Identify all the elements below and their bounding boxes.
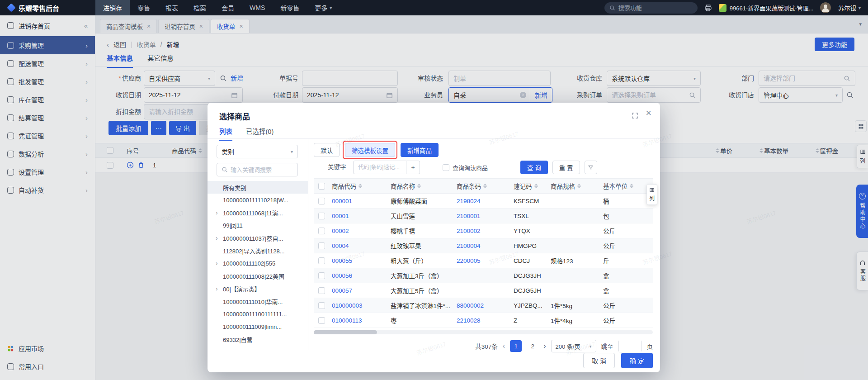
- tree-item[interactable]: 1000000011100111111...: [208, 308, 308, 320]
- product-code-link[interactable]: 000057: [332, 287, 391, 294]
- table-row[interactable]: 010000113 枣 2210028 Z 1件*4kg 公斤: [314, 313, 653, 328]
- nav-item[interactable]: 更多: [307, 0, 340, 15]
- user-menu[interactable]: 苏尔银 ▾: [838, 3, 861, 12]
- tree-item[interactable]: 1000000011037|蔡自...: [208, 232, 308, 244]
- obsolete-checkbox[interactable]: [443, 164, 449, 171]
- jump-page-input[interactable]: [619, 340, 642, 352]
- row-checkbox[interactable]: [318, 272, 325, 279]
- product-barcode-link[interactable]: 88000002: [457, 302, 514, 309]
- reset-button[interactable]: 重 置: [552, 161, 580, 174]
- product-barcode-link[interactable]: 2100004: [457, 242, 514, 249]
- table-row[interactable]: 010000003 盐津铺子冰淇淋1件*... 88000002 YJPZBQ.…: [314, 298, 653, 313]
- row-checkbox[interactable]: [318, 213, 325, 219]
- keyword-input[interactable]: [358, 164, 401, 171]
- page-number[interactable]: 2: [527, 340, 538, 352]
- product-code-link[interactable]: 000001: [332, 198, 391, 204]
- prev-page-icon[interactable]: ‹: [503, 342, 505, 350]
- column-header[interactable]: 商品代码: [332, 181, 391, 190]
- close-icon[interactable]: ×: [646, 108, 651, 118]
- product-barcode-link[interactable]: 2198024: [457, 198, 514, 204]
- row-checkbox[interactable]: [318, 242, 325, 249]
- default-template-button[interactable]: 默认: [314, 143, 340, 157]
- row-checkbox[interactable]: [318, 228, 325, 234]
- row-checkbox[interactable]: [318, 257, 325, 264]
- category-search-field[interactable]: [217, 163, 298, 176]
- filter-template-settings-button[interactable]: 筛选模板设置: [345, 143, 395, 157]
- tree-item[interactable]: 所有类别: [208, 181, 308, 194]
- tree-item[interactable]: 00|【演示类】: [208, 282, 308, 295]
- tree-item[interactable]: 69332|自营: [208, 333, 308, 346]
- horizontal-scrollbar: [314, 330, 653, 334]
- nav-item[interactable]: 新零售: [273, 0, 307, 15]
- add-keyword-button[interactable]: +: [406, 161, 420, 174]
- confirm-button[interactable]: 确 定: [621, 353, 653, 368]
- column-header[interactable]: 商品名称: [391, 181, 457, 190]
- row-checkbox[interactable]: [318, 198, 325, 204]
- page-number[interactable]: 1: [510, 340, 522, 352]
- query-button[interactable]: 查 询: [520, 161, 548, 174]
- global-search-input[interactable]: [618, 5, 686, 11]
- table-row[interactable]: 00004 红玫瑰苹果 2100004 HMGPG 公斤: [314, 238, 653, 253]
- table-row[interactable]: 000056 大葱加工3斤（盒） DCJG3JH 盒: [314, 268, 653, 283]
- dimension-select[interactable]: 类别▾: [217, 145, 298, 158]
- column-header[interactable]: 基本单位: [603, 181, 644, 190]
- page-size-select[interactable]: 200 条/页▾: [551, 340, 596, 352]
- table-row[interactable]: 00002 樱桃千禧 2100002 YTQX 公斤: [314, 223, 653, 238]
- tree-item[interactable]: 1000000111068|11演...: [208, 206, 308, 219]
- table-row[interactable]: 000055 粗大葱（斤） 2200005 CDCJ 规格123 斤: [314, 253, 653, 268]
- product-barcode-link[interactable]: 2100002: [457, 228, 514, 234]
- printer-icon[interactable]: [704, 4, 712, 12]
- tree-item[interactable]: 1218|1218演试: [208, 346, 308, 350]
- nav-item[interactable]: 报表: [158, 0, 186, 15]
- main-nav: 进销存零售报表档案会员WMS新零售更多: [95, 0, 340, 15]
- product-code-link[interactable]: 010000003: [332, 302, 391, 309]
- nav-item[interactable]: WMS: [242, 0, 273, 15]
- tree-item[interactable]: 1000000111008|22美国: [208, 270, 308, 282]
- store-switcher[interactable]: 99661-新界面果蔬版测试-管理...: [719, 4, 814, 12]
- row-checkbox[interactable]: [318, 317, 325, 324]
- cancel-button[interactable]: 取 消: [583, 353, 615, 368]
- product-mnemonic: CDCJ: [514, 257, 551, 264]
- product-barcode-link[interactable]: 2200005: [457, 257, 514, 264]
- row-checkbox[interactable]: [318, 302, 325, 309]
- tree-item[interactable]: 112802|导入类别1128...: [208, 244, 308, 257]
- table-row[interactable]: 000001 康师傅酸菜面 2198024 KSFSCM 桶: [314, 194, 653, 209]
- product-name: 盐津铺子冰淇淋1件*...: [391, 301, 457, 310]
- row-checkbox[interactable]: [318, 287, 325, 294]
- product-code-link[interactable]: 000055: [332, 257, 391, 264]
- table-row[interactable]: 00001 天山雪莲 2100001 TSXL 包: [314, 209, 653, 223]
- tree-item[interactable]: 1000000111009|limn...: [208, 320, 308, 333]
- product-code-link[interactable]: 010000113: [332, 317, 391, 324]
- product-code-link[interactable]: 000056: [332, 272, 391, 279]
- new-product-button[interactable]: 新增商品: [401, 143, 439, 157]
- product-code-link[interactable]: 00004: [332, 242, 391, 249]
- tree-item[interactable]: 99|jzj11: [208, 219, 308, 232]
- avatar[interactable]: [820, 2, 831, 13]
- column-header[interactable]: 速记码: [514, 181, 551, 190]
- table-row[interactable]: 000057 大葱加工5斤（盒） DCJG5JH 盒: [314, 283, 653, 298]
- tree-item[interactable]: 10000000111110218|W...: [208, 194, 308, 206]
- scrollbar-thumb[interactable]: [314, 330, 377, 334]
- nav-item[interactable]: 档案: [186, 0, 214, 15]
- column-settings-tab[interactable]: 列: [646, 184, 657, 205]
- product-code-link[interactable]: 00001: [332, 213, 391, 219]
- expand-icon[interactable]: [632, 112, 638, 119]
- nav-item[interactable]: 会员: [214, 0, 242, 15]
- category-search-input[interactable]: [231, 166, 293, 173]
- keyword-group: +: [353, 161, 420, 174]
- product-code-link[interactable]: 00002: [332, 228, 391, 234]
- tree-item[interactable]: 1000000111102|555: [208, 257, 308, 270]
- tree-item[interactable]: 1000000111010|华南...: [208, 295, 308, 308]
- global-search[interactable]: [604, 2, 698, 14]
- nav-item[interactable]: 零售: [130, 0, 158, 15]
- product-barcode-link[interactable]: 2210028: [457, 317, 514, 324]
- keyword-field[interactable]: [353, 161, 406, 174]
- nav-item[interactable]: 进销存: [95, 0, 130, 15]
- product-barcode-link[interactable]: 2100001: [457, 213, 514, 219]
- column-header[interactable]: 商品规格: [551, 181, 603, 190]
- select-all-checkbox[interactable]: [318, 183, 325, 190]
- column-header[interactable]: 商品条码: [457, 181, 514, 190]
- next-page-icon[interactable]: ›: [543, 342, 546, 350]
- advanced-filter-button[interactable]: [585, 161, 597, 174]
- sort-icon: [630, 184, 633, 188]
